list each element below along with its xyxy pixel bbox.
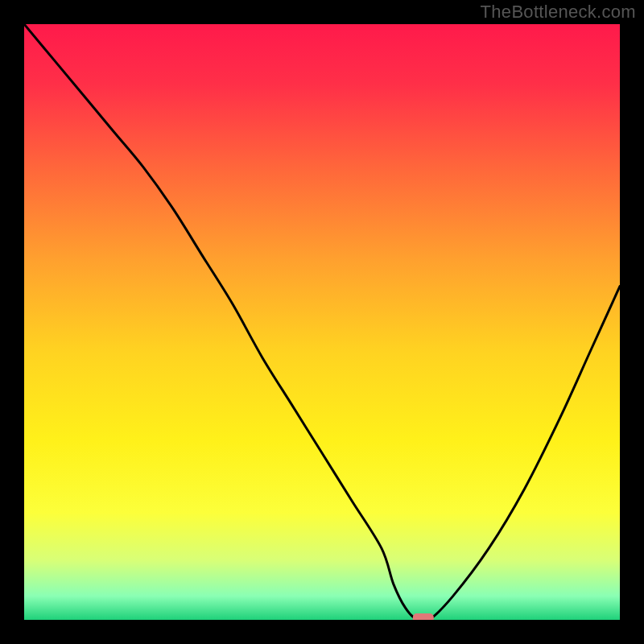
plot-area	[24, 24, 620, 620]
chart-svg	[24, 24, 620, 620]
watermark-text: TheBottleneck.com	[481, 2, 636, 23]
chart-stage: TheBottleneck.com	[0, 0, 644, 644]
optimal-marker	[413, 613, 434, 620]
gradient-background	[24, 24, 620, 620]
